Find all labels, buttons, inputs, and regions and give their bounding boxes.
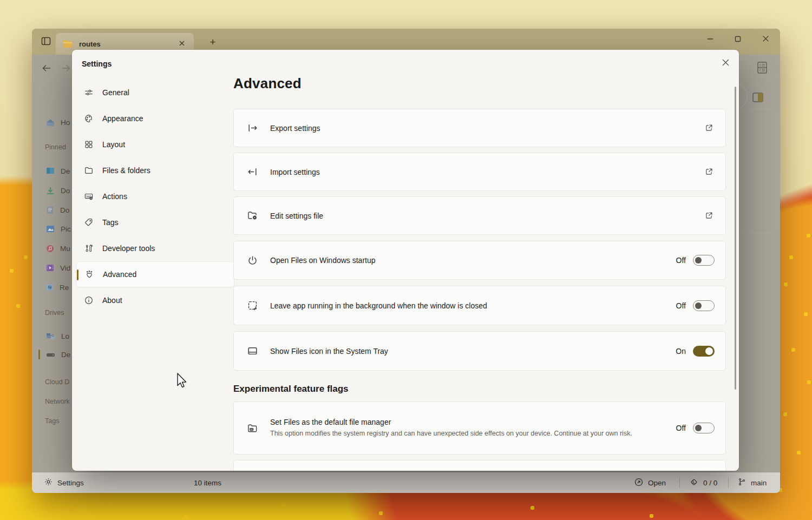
maximize-icon — [735, 35, 741, 44]
keyboard-gear-icon — [84, 192, 94, 201]
dialog-close-button[interactable] — [715, 55, 736, 72]
open-circle-arrow-icon — [634, 477, 644, 489]
desktop-icon — [46, 167, 55, 175]
wallpaper-speckles — [0, 0, 4, 4]
recycle-bin-icon — [46, 284, 54, 291]
nav-item-general[interactable]: General — [76, 80, 234, 106]
sidebar-section-cloud-drives: Cloud D — [45, 378, 69, 386]
sidebar-item-local-disk[interactable]: Lo — [46, 329, 69, 343]
nav-item-layout[interactable]: Layout — [76, 131, 234, 157]
sidebar-section-tags: Tags — [45, 417, 59, 425]
back-arrow-icon[interactable] — [41, 62, 53, 74]
downloads-icon — [46, 187, 55, 195]
card-system-tray: Show Files icon in the System Tray On — [233, 331, 726, 371]
open-external-icon — [704, 123, 713, 133]
folder-gear-icon — [247, 210, 258, 221]
tag-icon — [84, 218, 94, 227]
nav-item-about[interactable]: About — [76, 287, 234, 313]
close-window-button[interactable] — [753, 30, 778, 49]
close-icon — [762, 35, 769, 44]
mouse-cursor — [174, 372, 188, 393]
sidebar-section-network: Network — [45, 398, 70, 405]
sidebar-item-documents[interactable]: Do — [46, 203, 69, 217]
sidebar-item-dev-drive[interactable]: De — [46, 347, 70, 361]
folder-icon — [63, 40, 73, 48]
nav-item-actions[interactable]: Actions — [76, 183, 234, 209]
statusbar-divider — [728, 477, 729, 488]
toggle-state-label: Off — [676, 301, 686, 310]
details-list-icon[interactable] — [756, 61, 769, 77]
system-tray-toggle[interactable] — [693, 346, 715, 357]
close-icon — [722, 58, 730, 69]
music-icon — [46, 245, 54, 253]
statusbar-item-count: 10 items — [194, 472, 221, 493]
minimize-icon — [707, 35, 713, 44]
statusbar-branch[interactable]: main — [737, 472, 767, 493]
nav-item-files-folders[interactable]: Files & folders — [76, 157, 234, 183]
section-header-experimental: Experimental feature flags — [233, 384, 349, 394]
card-edit-settings-file[interactable]: Edit settings file — [233, 196, 726, 235]
sidebar-item-music[interactable]: Mu — [46, 241, 70, 255]
tab-close-button[interactable] — [175, 38, 188, 50]
maximize-button[interactable] — [725, 30, 750, 49]
statusbar-settings[interactable]: Settings — [44, 472, 84, 493]
git-changes-diamond-icon — [689, 477, 699, 489]
forward-arrow-icon[interactable] — [60, 62, 72, 74]
dialog-scrollbar[interactable] — [735, 87, 736, 390]
git-branch-icon — [737, 477, 746, 488]
info-icon — [84, 295, 94, 305]
dashed-frame-arrow-icon — [247, 300, 258, 311]
minimize-button[interactable] — [698, 30, 723, 49]
home-icon — [46, 119, 55, 127]
sidebar-item-pictures[interactable]: Pic — [46, 222, 71, 236]
export-arrow-icon — [247, 122, 258, 134]
sidebar-toggle-button[interactable] — [37, 34, 55, 50]
folder-manager-icon — [247, 423, 258, 434]
default-file-manager-toggle[interactable] — [693, 423, 715, 433]
open-external-icon — [704, 167, 713, 176]
page-title: Advanced — [233, 75, 302, 92]
preview-pane-toggle-icon[interactable] — [751, 91, 765, 106]
nav-item-appearance[interactable]: Appearance — [76, 106, 234, 131]
settings-dialog: Settings General Appearance Layout — [72, 50, 739, 471]
nav-item-advanced-selected[interactable]: Advanced — [76, 261, 234, 287]
card-background-running: Leave app running in the background when… — [233, 286, 726, 325]
sidebar-item-desktop[interactable]: De — [46, 164, 70, 178]
sidebar-item-downloads[interactable]: Do — [46, 183, 70, 198]
card-partial-clipped — [233, 460, 726, 471]
statusbar-git-changes[interactable]: 0 / 0 — [689, 472, 717, 493]
sidebar-item-recycle-bin[interactable]: Re — [46, 280, 69, 294]
background-toggle[interactable] — [693, 300, 715, 311]
nav-item-tags[interactable]: Tags — [76, 209, 234, 235]
heart-dots-icon — [84, 269, 94, 279]
card-import-settings[interactable]: Import settings — [233, 153, 726, 191]
sidebar-item-videos[interactable]: Vid — [46, 261, 70, 275]
card-description: This option modifies the system registry… — [270, 429, 632, 438]
tools-icon — [84, 243, 94, 253]
sidebar-item-home[interactable]: Ho — [46, 115, 70, 129]
card-export-settings[interactable]: Export settings — [233, 109, 726, 147]
status-bar: Settings 10 items Open 0 / 0 main — [32, 472, 780, 493]
tab-title: routes — [79, 40, 101, 48]
close-icon — [179, 40, 185, 48]
toggle-state-label: Off — [676, 256, 686, 265]
statusbar-divider — [679, 477, 680, 488]
startup-toggle[interactable] — [693, 255, 715, 266]
grid-icon — [84, 140, 94, 149]
statusbar-open-button[interactable]: Open — [634, 472, 666, 493]
sidebar-section-drives: Drives — [45, 309, 64, 317]
toggle-state-label: On — [676, 347, 686, 356]
videos-icon — [46, 264, 54, 272]
new-tab-button[interactable]: + — [204, 35, 221, 49]
panel-left-icon — [40, 35, 52, 49]
dev-drive-icon — [46, 351, 55, 358]
toggle-state-label: Off — [676, 424, 686, 432]
dialog-title: Settings — [82, 60, 112, 68]
plus-icon: + — [209, 36, 215, 48]
card-default-file-manager: Set Files as the default file manager Th… — [233, 401, 726, 455]
pictures-icon — [46, 225, 55, 233]
settings-nav: General Appearance Layout Files & folder… — [76, 80, 234, 313]
nav-item-developer-tools[interactable]: Developer tools — [76, 235, 234, 261]
import-arrow-icon — [247, 166, 258, 177]
palette-icon — [84, 114, 94, 123]
